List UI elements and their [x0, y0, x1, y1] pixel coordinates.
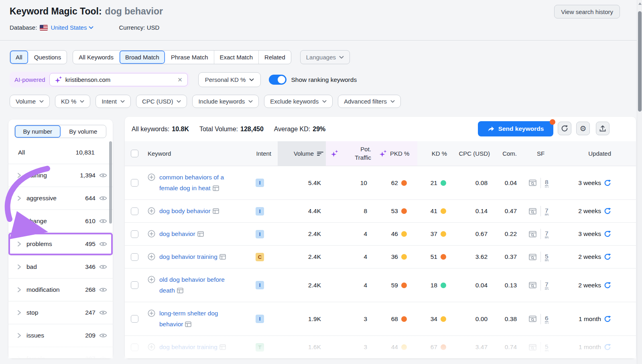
eye-icon[interactable] — [99, 287, 107, 293]
page-scrollbar-thumb[interactable] — [638, 11, 642, 112]
col-header-cpc[interactable]: CPC (USD) — [459, 150, 490, 157]
serp-preview-icon[interactable] — [185, 321, 191, 327]
add-keyword-icon[interactable] — [148, 276, 155, 283]
serp-features-icon[interactable] — [529, 208, 536, 215]
keyword-group-row[interactable]: female 207 — [8, 347, 113, 358]
tab-broad-match[interactable]: Broad Match — [119, 51, 165, 64]
add-keyword-icon[interactable] — [148, 207, 155, 215]
eye-icon[interactable] — [99, 333, 107, 338]
chevron-right-icon[interactable] — [17, 356, 23, 359]
add-keyword-icon[interactable] — [148, 309, 155, 317]
refresh-metrics-icon[interactable] — [604, 230, 611, 238]
keyword-group-row[interactable]: issues 209 — [8, 324, 113, 347]
database-selector[interactable]: United States — [51, 24, 93, 31]
keyword-group-row[interactable]: training 1,394 — [8, 164, 113, 187]
sf-count-link[interactable]: 6 — [545, 314, 549, 323]
sf-count-link[interactable]: 5 — [545, 252, 549, 261]
serp-features-icon[interactable] — [529, 344, 536, 351]
settings-gear-icon[interactable]: ⚙ — [576, 122, 590, 135]
refresh-button[interactable] — [558, 122, 571, 135]
filter-exclude-keywords[interactable]: Exclude keywords — [264, 95, 333, 108]
refresh-metrics-icon[interactable] — [604, 344, 611, 351]
personal-kd-dropdown[interactable]: Personal KD % — [198, 72, 261, 87]
tab-phrase-match[interactable]: Phrase Match — [165, 51, 214, 64]
add-keyword-icon[interactable] — [148, 253, 155, 260]
languages-dropdown[interactable]: Languages — [300, 50, 350, 64]
serp-preview-icon[interactable] — [213, 208, 219, 214]
filter-volume[interactable]: Volume — [10, 95, 50, 108]
col-header-kd[interactable]: KD % — [432, 150, 447, 157]
serp-preview-icon[interactable] — [213, 185, 219, 191]
eye-icon[interactable] — [99, 310, 107, 315]
serp-preview-icon[interactable] — [219, 254, 226, 260]
keyword-link[interactable]: old dog behavior before death — [159, 276, 225, 293]
tab-all-keywords[interactable]: All Keywords — [73, 51, 119, 64]
tab-exact-match[interactable]: Exact Match — [214, 51, 259, 64]
keyword-link[interactable]: dog behavior training — [159, 253, 217, 260]
row-checkbox[interactable] — [131, 315, 138, 323]
select-all-checkbox[interactable] — [131, 150, 138, 157]
row-checkbox[interactable] — [131, 253, 138, 261]
filter-include-keywords[interactable]: Include keywords — [192, 95, 259, 108]
row-checkbox[interactable] — [131, 281, 138, 289]
add-keyword-icon[interactable] — [148, 230, 155, 238]
chevron-right-icon[interactable] — [17, 241, 23, 247]
show-ranking-keywords-toggle[interactable] — [269, 75, 286, 85]
refresh-metrics-icon[interactable] — [604, 179, 611, 187]
keyword-link[interactable]: dog behavior — [159, 230, 195, 237]
send-keywords-button[interactable]: Send keywords — [478, 121, 553, 136]
col-header-com[interactable]: Com. — [502, 150, 517, 157]
eye-icon[interactable] — [99, 173, 107, 178]
chevron-right-icon[interactable] — [17, 195, 23, 201]
serp-preview-icon[interactable] — [197, 231, 204, 237]
chevron-right-icon[interactable] — [17, 310, 23, 315]
tab-questions[interactable]: Questions — [28, 51, 67, 64]
tab-by-volume[interactable]: By volume — [61, 125, 106, 138]
eye-icon[interactable] — [99, 264, 107, 270]
add-keyword-icon[interactable] — [148, 173, 155, 181]
refresh-metrics-icon[interactable] — [604, 207, 611, 215]
sf-count-link[interactable]: 7 — [545, 207, 549, 216]
sf-count-link[interactable]: 8 — [545, 178, 549, 187]
add-keyword-icon[interactable] — [148, 343, 155, 351]
filter-cpc[interactable]: CPC (USD) — [136, 95, 187, 108]
col-header-pkd[interactable]: PKD % — [390, 150, 409, 157]
sf-count-link[interactable]: 5 — [545, 343, 549, 352]
tab-all[interactable]: All — [10, 51, 28, 64]
serp-preview-icon[interactable] — [219, 344, 226, 350]
col-header-sf[interactable]: SF — [537, 150, 544, 157]
tab-related[interactable]: Related — [258, 51, 291, 64]
chevron-right-icon[interactable] — [17, 218, 23, 224]
keyword-group-row[interactable]: modification 268 — [8, 279, 113, 301]
row-checkbox[interactable] — [131, 230, 138, 238]
serp-features-icon[interactable] — [529, 315, 536, 322]
keyword-link[interactable]: dog body behavior — [159, 207, 211, 214]
keyword-group-row-highlighted[interactable]: problems 495 — [8, 233, 113, 256]
search-input[interactable]: kristibenson.com ✕ — [49, 73, 188, 86]
serp-preview-icon[interactable] — [177, 288, 183, 293]
refresh-metrics-icon[interactable] — [604, 253, 611, 260]
chevron-right-icon[interactable] — [17, 173, 23, 178]
group-row-all[interactable]: All 10,831 — [8, 141, 113, 164]
filter-intent[interactable]: Intent — [95, 95, 131, 108]
col-header-updated[interactable]: Updated — [588, 150, 611, 157]
eye-icon[interactable] — [99, 218, 107, 224]
serp-features-icon[interactable] — [529, 282, 536, 289]
col-header-intent[interactable]: Intent — [256, 150, 271, 157]
filter-kd[interactable]: KD % — [55, 95, 90, 108]
sf-count-link[interactable]: 7 — [545, 281, 549, 289]
eye-icon[interactable] — [99, 195, 107, 201]
sort-desc-icon[interactable] — [317, 151, 323, 156]
chevron-right-icon[interactable] — [17, 287, 23, 293]
row-checkbox[interactable] — [131, 207, 138, 215]
refresh-metrics-icon[interactable] — [604, 282, 611, 289]
filter-advanced[interactable]: Advanced filters — [338, 95, 401, 108]
sidebar-scrollbar-thumb[interactable] — [109, 141, 112, 224]
tab-by-number[interactable]: By number — [15, 125, 61, 138]
clear-search-icon[interactable]: ✕ — [177, 76, 183, 83]
col-header-pot-traffic[interactable]: Pot. Traffic — [348, 145, 371, 162]
export-button[interactable] — [596, 122, 609, 135]
scrollbar-up-arrow[interactable] — [638, 2, 642, 5]
col-header-volume[interactable]: Volume — [294, 150, 314, 157]
sf-count-link[interactable]: 7 — [545, 230, 549, 238]
